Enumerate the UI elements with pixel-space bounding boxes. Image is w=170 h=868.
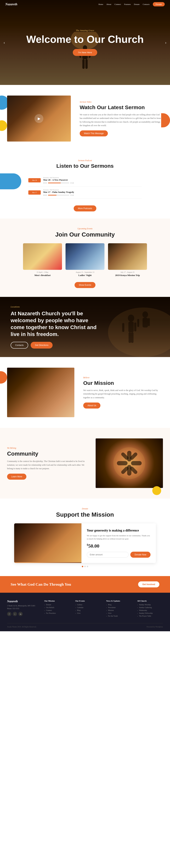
cta-subtitle: Locations [11, 305, 99, 308]
community2-text: We Belong Community Community is the con… [7, 447, 88, 479]
donate-now-button[interactable]: Donate Now [130, 552, 150, 558]
footer-col-2-item-2[interactable]: Calendar [75, 607, 101, 609]
footer: Nazareth 1 North 1st St, Minneapolis, MN… [0, 593, 170, 631]
nav-home[interactable]: Home [98, 3, 103, 5]
footer-col-3-item-2[interactable]: Newsletter [106, 607, 132, 609]
footer-col-4-item-5[interactable]: The Prayer Table [137, 615, 163, 617]
footer-col-4-item-2[interactable]: Sunday Gathering [137, 607, 163, 609]
event-1-dates: 15 April - 2 May [23, 271, 62, 273]
dot-2[interactable] [84, 566, 86, 567]
nav-features[interactable]: Features [124, 3, 131, 5]
get-involved-button[interactable]: Get Involved [138, 581, 159, 587]
footer-col-3-item-3[interactable]: Mission [106, 609, 132, 611]
nav-contacts[interactable]: Contacts [143, 3, 150, 5]
social-linkedin[interactable]: in [19, 612, 23, 616]
event-img-mission [108, 243, 147, 270]
event-card-1: 15 April - 2 May Men's Breakfast [23, 243, 62, 277]
community-title: Join Our Community [11, 231, 159, 238]
dot-3[interactable] [87, 566, 88, 567]
nav-donate-button[interactable]: Donate [153, 2, 165, 6]
footer-logo: Nazareth [7, 600, 39, 603]
footer-col-1-item-3[interactable]: Connect [44, 609, 70, 611]
learn-more-button[interactable]: Learn More [7, 474, 26, 479]
footer-col-3-item-1[interactable]: Blog [106, 604, 132, 606]
svg-rect-22 [117, 461, 128, 465]
events-grid: 15 April - 2 May Men's Breakfast August … [11, 243, 159, 277]
footer-col-3-item-4[interactable]: Give [106, 612, 132, 614]
nav-donate[interactable]: Donate [134, 3, 140, 5]
cta-title: At Nazareth Church you'll be welcomed by… [11, 310, 99, 338]
footer-col-4-item-1[interactable]: Sunday Worship [137, 604, 163, 606]
cta-buttons: Contacts Get Directions [11, 342, 99, 348]
donate-form[interactable]: Donate Now [87, 552, 150, 558]
footer-col-1-item-1[interactable]: Donate [44, 604, 70, 606]
directions-button[interactable]: Get Directions [31, 342, 53, 348]
cta-banner-section: Locations At Nazareth Church you'll be w… [0, 297, 170, 357]
nav-connect[interactable]: Connect [114, 3, 121, 5]
svg-rect-13 [129, 332, 131, 343]
sermon-1-date: Mar 28 [30, 179, 39, 182]
cta-content: Locations At Nazareth Church you'll be w… [11, 305, 99, 348]
footer-brand: Nazareth 1 North 1st St, Minneapolis, MN… [7, 600, 39, 618]
donate-title: Support the Mission [11, 511, 159, 518]
sermons-subtitle: Sermon Podcast [11, 159, 159, 162]
donate-input[interactable] [87, 552, 129, 557]
mission-image [7, 368, 74, 417]
deco-yellow-right [152, 486, 161, 495]
sermon-1-player[interactable]: 00:00 25:46 [43, 182, 142, 184]
social-twitter[interactable]: t [13, 612, 17, 616]
social-facebook[interactable]: f [7, 612, 11, 616]
event-3-dates: July 17 - August 25 [108, 271, 147, 273]
footer-col-2-item-3[interactable]: Blog [75, 609, 101, 611]
sermon-2-progress-bar[interactable] [48, 195, 69, 195]
sermons-title: Listen to Our Sermons [11, 163, 159, 169]
donate-image [14, 523, 82, 563]
hero-content: The Amazing Grace Welcome to Our Church … [16, 29, 154, 56]
svg-rect-18 [148, 318, 150, 326]
footer-col-3-list: Blog Newsletter Mission Give For the You… [106, 604, 132, 617]
sermon-info-1: Sermons: Old Testament Mar 28 - A New Pa… [43, 177, 142, 184]
more-podcasts-button[interactable]: More Podcasts [74, 206, 96, 211]
footer-col-3-item-5[interactable]: For the Youth [106, 615, 132, 617]
event-3-title: 2019 Kenya Mission Trip [108, 274, 147, 277]
show-events-button[interactable]: Show Events [75, 282, 95, 288]
donate-amount-value: 50.00 [88, 543, 100, 549]
footer-col-2-list: Gallery Calendar Blog Give [75, 604, 101, 614]
god-banner-title: See What God Can Do Through You [11, 582, 71, 587]
footer-tagline: Powered by Wordpress [147, 626, 163, 628]
footer-address: 1 North 1st St, Minneapolis, MN 55401 Ph… [7, 604, 39, 610]
sermon-1-progress-bar[interactable] [48, 183, 69, 183]
footer-col-1-item-4[interactable]: For Preachers [44, 612, 70, 614]
mission-section: Believe Our Mission We want to serve, th… [0, 357, 170, 428]
hero-arrow-right[interactable]: › [165, 40, 167, 45]
svg-rect-14 [131, 332, 134, 343]
about-us-button[interactable]: About Us [83, 403, 101, 408]
watch-message-button[interactable]: Watch This Message [80, 130, 108, 136]
footer-col-1-item-2[interactable]: Our Beliefs [44, 607, 70, 609]
footer-col-3-heading: News & Updates [106, 600, 132, 602]
hero-cta-button[interactable]: I'm New Here [73, 49, 97, 56]
sermon-2-label: Sermons: Old Testament [43, 189, 142, 191]
sermon-item-1: Mar 28 Sermons: Old Testament Mar 28 - A… [28, 174, 142, 186]
community2-section: We Belong Community Community is the con… [0, 428, 170, 499]
footer-col-4-item-4[interactable]: Sunday Fellowship [137, 612, 163, 614]
event-img-breakfast [23, 243, 62, 270]
sermon-watch-text: Sermon Video Watch Our Latest Sermon We … [80, 101, 163, 136]
sermon-2-player[interactable]: 00:00 25:46 [43, 194, 142, 196]
hands-circle-svg [112, 445, 147, 481]
contacts-button[interactable]: Contacts [11, 342, 28, 348]
play-button[interactable]: ▶ [34, 114, 44, 123]
sermon-item-2: Mar 17 Sermons: Old Testament Mar 17 - P… [28, 186, 142, 199]
hero-title: Welcome to Our Church [26, 34, 144, 45]
dot-1[interactable] [82, 566, 83, 567]
svg-rect-5 [82, 59, 85, 69]
footer-col-2-item-1[interactable]: Gallery [75, 604, 101, 606]
sermon-2-time-end: 25:46 [70, 194, 74, 196]
sermon-2-date: Mar 17 [30, 191, 39, 194]
footer-col-4-item-3[interactable]: Wednesday [137, 609, 163, 611]
nav-about[interactable]: About [107, 3, 111, 5]
sermon-watch-section: ▶ Sermon Video Watch Our Latest Sermon W… [0, 85, 170, 152]
hero-arrow-left[interactable]: ‹ [3, 40, 5, 45]
footer-col-2-item-4[interactable]: Give [75, 612, 101, 614]
footer-col-1-list: Donate Our Beliefs Connect For Preachers [44, 604, 70, 614]
